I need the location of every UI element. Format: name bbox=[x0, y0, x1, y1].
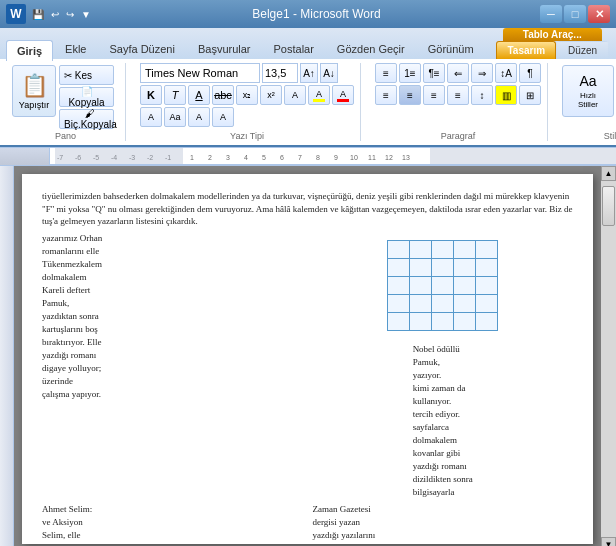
table-cell bbox=[454, 258, 476, 276]
font-name-input[interactable] bbox=[140, 63, 260, 83]
ahmet-selim-text: Ahmet Selim: ve Aksiyon Selim, elle fakü… bbox=[42, 503, 303, 544]
svg-text:5: 5 bbox=[262, 154, 266, 161]
close-button[interactable]: ✕ bbox=[588, 5, 610, 23]
scrollbar-track[interactable] bbox=[601, 181, 616, 537]
table-cell bbox=[476, 312, 498, 330]
shading-button[interactable]: ▥ bbox=[495, 85, 517, 105]
svg-text:10: 10 bbox=[350, 154, 358, 161]
cut-button[interactable]: ✂ Kes bbox=[59, 65, 114, 85]
font-color-button[interactable]: A bbox=[332, 85, 354, 105]
strikethrough-button[interactable]: abc bbox=[212, 85, 234, 105]
svg-text:3: 3 bbox=[226, 154, 230, 161]
svg-text:9: 9 bbox=[334, 154, 338, 161]
scroll-down-button[interactable]: ▼ bbox=[601, 537, 616, 546]
document-area: tiyüellerimizden bahsederken dolmakalem … bbox=[0, 166, 616, 546]
line-spacing-button[interactable]: ↕ bbox=[471, 85, 493, 105]
highlight-color-button[interactable]: A bbox=[308, 85, 330, 105]
table-cell bbox=[454, 240, 476, 258]
table-cell bbox=[476, 240, 498, 258]
tab-gozden-gecir[interactable]: Gözden Geçir bbox=[326, 38, 416, 59]
paste-button[interactable]: 📋 Yapıştır bbox=[12, 65, 56, 117]
svg-text:12: 12 bbox=[385, 154, 393, 161]
ribbon-group-yazitipi: A↑ A↓ K T A abc x₂ x² A A bbox=[134, 63, 361, 141]
tab-basvurular[interactable]: Başvurular bbox=[187, 38, 262, 59]
font-extra-button[interactable]: A bbox=[188, 107, 210, 127]
format-painter-button[interactable]: 🖌 Biç.Kopyala bbox=[59, 109, 114, 129]
ribbon-content: 📋 Yapıştır ✂ Kes 📄 Kopyala 🖌 Biç.Kopyala bbox=[0, 59, 616, 147]
change-case-button[interactable]: Aa bbox=[164, 107, 186, 127]
svg-text:4: 4 bbox=[244, 154, 248, 161]
font-size-input[interactable] bbox=[262, 63, 298, 83]
document-scroll-area[interactable]: tiyüellerimizden bahsederken dolmakalem … bbox=[14, 166, 601, 546]
svg-rect-20 bbox=[55, 148, 183, 165]
align-left-button[interactable]: ≡ bbox=[375, 85, 397, 105]
decrease-indent-button[interactable]: ⇐ bbox=[447, 63, 469, 83]
table-cell bbox=[388, 276, 410, 294]
underline-button[interactable]: A bbox=[188, 85, 210, 105]
table-row bbox=[388, 312, 498, 330]
multilevel-button[interactable]: ¶≡ bbox=[423, 63, 445, 83]
table-row bbox=[388, 258, 498, 276]
tab-ekle[interactable]: Ekle bbox=[54, 38, 97, 59]
svg-text:11: 11 bbox=[368, 154, 376, 161]
ribbon-group-pano: 📋 Yapıştır ✂ Kes 📄 Kopyala 🖌 Biç.Kopyala bbox=[6, 63, 126, 141]
embedded-table[interactable] bbox=[387, 240, 498, 331]
quick-styles-button[interactable]: Aa Hızlı Stiller bbox=[562, 65, 614, 117]
tab-tasarim[interactable]: Tasarım bbox=[496, 41, 556, 59]
vertical-scrollbar[interactable]: ▲ ▼ bbox=[601, 166, 616, 546]
column-left: yazarımız Orhan romanlarını elle Tükenme… bbox=[42, 232, 303, 500]
table-cell bbox=[454, 276, 476, 294]
paragraf-label: Paragraf bbox=[441, 129, 476, 141]
table-cell bbox=[410, 312, 432, 330]
tab-postalar[interactable]: Postalar bbox=[263, 38, 325, 59]
align-center-button[interactable]: ≡ bbox=[399, 85, 421, 105]
table-cell bbox=[410, 258, 432, 276]
bottom-section: Ahmet Selim: ve Aksiyon Selim, elle fakü… bbox=[42, 503, 573, 544]
borders-button[interactable]: ⊞ bbox=[519, 85, 541, 105]
tab-sayfa-duzeni[interactable]: Sayfa Düzeni bbox=[98, 38, 185, 59]
scrollbar-thumb[interactable] bbox=[602, 186, 615, 226]
table-cell bbox=[476, 258, 498, 276]
increase-indent-button[interactable]: ⇒ bbox=[471, 63, 493, 83]
table-column: Nobel ödüllü Pamuk, yazıyor. kimi zaman … bbox=[313, 232, 574, 500]
table-cell bbox=[388, 240, 410, 258]
justify-button[interactable]: ≡ bbox=[447, 85, 469, 105]
table-cell bbox=[388, 294, 410, 312]
clear-format-button[interactable]: A bbox=[140, 107, 162, 127]
table-cell bbox=[432, 312, 454, 330]
scroll-up-button[interactable]: ▲ bbox=[601, 166, 616, 181]
text-effects-button[interactable]: A bbox=[284, 85, 306, 105]
superscript-button[interactable]: x² bbox=[260, 85, 282, 105]
bottom-col-left: Ahmet Selim: ve Aksiyon Selim, elle fakü… bbox=[42, 503, 303, 544]
svg-rect-21 bbox=[430, 148, 616, 165]
redo-button[interactable]: ↪ bbox=[64, 8, 76, 21]
tab-duzen-context[interactable]: Düzen bbox=[557, 41, 608, 59]
grow-font-button[interactable]: A↑ bbox=[300, 63, 318, 83]
table-cell bbox=[410, 240, 432, 258]
save-button[interactable]: 💾 bbox=[30, 8, 46, 21]
font-extra2-button[interactable]: A bbox=[212, 107, 234, 127]
word-app-icon: W bbox=[6, 4, 26, 24]
title-bar-left: W 💾 ↩ ↪ ▼ bbox=[6, 4, 93, 24]
copy-button[interactable]: 📄 Kopyala bbox=[59, 87, 114, 107]
sort-button[interactable]: ↕A bbox=[495, 63, 517, 83]
customize-qa-button[interactable]: ▼ bbox=[79, 8, 93, 21]
tab-giriş[interactable]: Giriş bbox=[6, 40, 53, 61]
bold-button[interactable]: K bbox=[140, 85, 162, 105]
subscript-button[interactable]: x₂ bbox=[236, 85, 258, 105]
shrink-font-button[interactable]: A↓ bbox=[320, 63, 338, 83]
vertical-ruler bbox=[0, 166, 14, 546]
show-formatting-button[interactable]: ¶ bbox=[519, 63, 541, 83]
tab-gorunum[interactable]: Görünüm bbox=[417, 38, 485, 59]
maximize-button[interactable]: □ bbox=[564, 5, 586, 23]
align-right-button[interactable]: ≡ bbox=[423, 85, 445, 105]
table-row bbox=[388, 276, 498, 294]
bullets-button[interactable]: ≡ bbox=[375, 63, 397, 83]
italic-button[interactable]: T bbox=[164, 85, 186, 105]
page-content: tiyüellerimizden bahsederken dolmakalem … bbox=[22, 174, 593, 544]
numbering-button[interactable]: 1≡ bbox=[399, 63, 421, 83]
minimize-button[interactable]: ─ bbox=[540, 5, 562, 23]
document-page: tiyüellerimizden bahsederken dolmakalem … bbox=[22, 174, 593, 544]
context-tab-group-label: Tablo Araç... bbox=[503, 28, 602, 41]
undo-button[interactable]: ↩ bbox=[49, 8, 61, 21]
